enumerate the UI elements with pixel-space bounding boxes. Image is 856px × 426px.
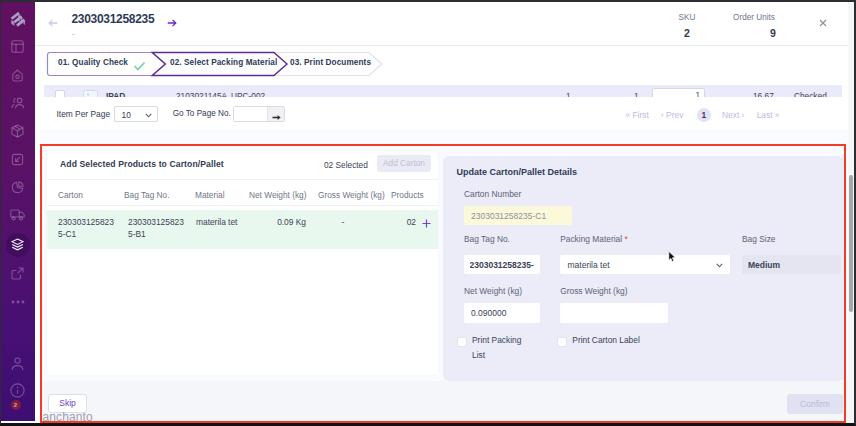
- sku-value: 2: [657, 27, 717, 39]
- product-name: IPAD: [106, 91, 125, 97]
- order-units-label: Order Units: [724, 13, 784, 22]
- sku-label: SKU: [657, 13, 717, 22]
- sidebar: 2: [0, 0, 35, 421]
- annotation-rectangle: [40, 144, 847, 424]
- product-row-checkbox[interactable]: [55, 90, 65, 97]
- more-options-icon[interactable]: [0, 300, 35, 304]
- pagination-current-page[interactable]: 1: [697, 108, 712, 123]
- product-status: Checked: [794, 91, 827, 97]
- scrollbar-thumb[interactable]: [849, 175, 853, 312]
- notification-badge: 2: [11, 400, 21, 410]
- stepper: 01. Quality Check 02. Select Packing Mat…: [46, 51, 446, 77]
- pagination-prev[interactable]: ‹ Prev: [661, 110, 683, 120]
- product-qty-packed: 1: [634, 91, 639, 97]
- forward-arrow-icon[interactable]: [167, 19, 177, 27]
- page-subtitle-dash: -: [72, 29, 75, 38]
- truck-icon[interactable]: [0, 208, 35, 221]
- step-quality-check[interactable]: 01. Quality Check: [58, 58, 128, 67]
- mouse-cursor: [668, 251, 677, 263]
- product-weight: 16.67: [753, 91, 774, 97]
- back-arrow-icon[interactable]: [48, 19, 58, 27]
- product-sku: 2103021145A: [176, 91, 227, 97]
- product-qty-input[interactable]: [652, 88, 705, 97]
- store-icon[interactable]: [0, 69, 35, 82]
- topbar: 2303031258235 - SKU 2 Order Units 9: [35, 0, 856, 46]
- pagination-next[interactable]: Next ›: [722, 110, 744, 120]
- product-image-icon: [83, 90, 98, 97]
- check-icon: [133, 61, 146, 71]
- app-window: 2 2303031258235 - SKU 2 Order Units 9: [0, 0, 856, 426]
- order-units-metric: Order Units 9: [724, 13, 784, 39]
- users-icon[interactable]: [0, 97, 35, 109]
- product-barcode: UPC-002: [231, 91, 265, 97]
- dashboard-icon[interactable]: [0, 40, 35, 53]
- packing-layers-icon-active[interactable]: [0, 238, 35, 251]
- user-profile-icon[interactable]: [0, 357, 35, 371]
- product-qty-ordered: 1: [566, 91, 571, 97]
- import-icon[interactable]: [0, 153, 35, 166]
- step-print-documents[interactable]: 03. Print Documents: [290, 58, 371, 67]
- info-icon[interactable]: [0, 383, 35, 398]
- anchanto-logo-icon[interactable]: [0, 10, 35, 27]
- close-icon[interactable]: [819, 19, 827, 27]
- pagination: « First ‹ Prev 1 Next › Last »: [35, 108, 856, 124]
- external-link-icon[interactable]: [0, 267, 35, 280]
- page-title: 2303031258235: [72, 12, 155, 26]
- pie-chart-icon[interactable]: [0, 181, 35, 194]
- scrollbar-track[interactable]: [848, 2, 855, 423]
- pagination-last[interactable]: Last »: [757, 110, 780, 120]
- step-select-packing[interactable]: 02. Select Packing Material: [170, 58, 277, 67]
- sku-metric: SKU 2: [657, 13, 717, 39]
- product-row-clipped: IPAD 2103021145A UPC-002 1 1 16.67 Check…: [44, 85, 842, 97]
- order-units-value: 9: [724, 27, 784, 39]
- pagination-first[interactable]: « First: [626, 110, 649, 120]
- package-icon[interactable]: [0, 124, 35, 138]
